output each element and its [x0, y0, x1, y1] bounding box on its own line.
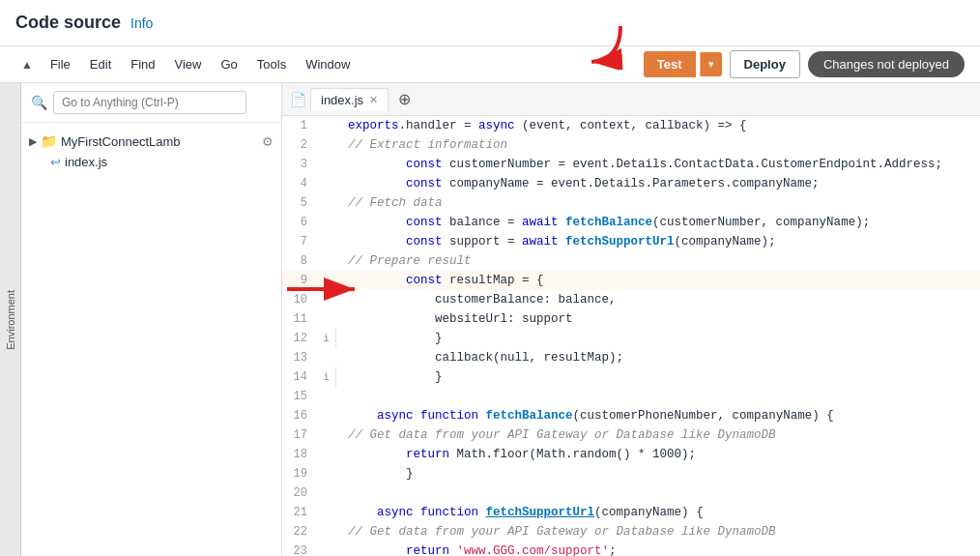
menu-window[interactable]: Window [298, 53, 358, 75]
line-content: async function fetchBalance(customerPhon… [336, 406, 980, 425]
code-line: 10 customerBalance: balance, [282, 290, 980, 309]
title-bar: Code source Info [0, 0, 980, 46]
line-number: 16 [282, 406, 317, 425]
line-content: const support = await fetchSupportUrl(co… [336, 232, 980, 251]
tab-bar: 📄 index.js ✕ ⊕ [282, 83, 980, 116]
code-line: 19 } [282, 464, 980, 483]
line-content: exports.handler = async (event, context,… [336, 116, 980, 135]
line-number: 13 [282, 348, 317, 367]
menu-file[interactable]: File [43, 53, 78, 75]
line-number: 10 [282, 290, 317, 309]
line-content: customerBalance: balance, [336, 290, 980, 309]
code-editor[interactable]: 1 exports.handler = async (event, contex… [282, 116, 980, 556]
line-content: return 'www.GGG.com/support'; [336, 541, 980, 556]
main-layout: Environment 🔍 ▶ 📁 MyFirstConnectLamb ⚙ ↩… [0, 83, 980, 556]
line-content: const customerNumber = event.Details.Con… [336, 155, 980, 174]
code-line: 17 // Get data from your API Gateway or … [282, 425, 980, 445]
code-line: 8 // Prepare result [282, 251, 980, 271]
changes-not-deployed-button[interactable]: Changes not deployed [808, 51, 965, 77]
tab-close-icon[interactable]: ✕ [369, 94, 378, 106]
code-line: 1 exports.handler = async (event, contex… [282, 116, 980, 135]
code-line: 22 // Get data from your API Gateway or … [282, 522, 980, 541]
menu-bar: ▲ File Edit Find View Go Tools Window Te… [0, 46, 980, 83]
file-item[interactable]: ↩ index.js [21, 152, 281, 172]
line-number: 17 [282, 425, 317, 445]
code-line: 15 [282, 387, 980, 406]
menu-edit[interactable]: Edit [82, 53, 119, 75]
line-number: 21 [282, 503, 317, 522]
code-line: 3 const customerNumber = event.Details.C… [282, 155, 980, 174]
line-number: 12 [282, 329, 317, 348]
info-link[interactable]: Info [130, 15, 153, 31]
code-line: 11 websiteUrl: support [282, 309, 980, 329]
code-line: 2 // Extract information [282, 135, 980, 155]
tab-indexjs[interactable]: index.js ✕ [310, 88, 389, 111]
line-number: 7 [282, 232, 317, 251]
line-number: 18 [282, 445, 317, 464]
tab-add-button[interactable]: ⊕ [392, 88, 417, 110]
code-line: 4 const companyName = event.Details.Para… [282, 174, 980, 193]
page-title: Code source [15, 13, 121, 33]
line-number: 15 [282, 387, 317, 406]
menu-view[interactable]: View [167, 53, 210, 75]
deploy-button[interactable]: Deploy [730, 50, 800, 78]
code-line: 6 const balance = await fetchBalance(cus… [282, 213, 980, 232]
tab-label: index.js [321, 93, 363, 107]
test-dropdown-button[interactable]: ▾ [700, 52, 722, 76]
code-line: 7 const support = await fetchSupportUrl(… [282, 232, 980, 251]
file-icon: ↩ [50, 155, 61, 169]
line-content: // Get data from your API Gateway or Dat… [336, 522, 980, 541]
line-content: // Get data from your API Gateway or Dat… [336, 425, 980, 445]
code-line: 9 const resultMap = { [282, 271, 980, 290]
line-content: // Fetch data [336, 193, 980, 213]
line-content: } [336, 464, 980, 483]
line-gutter: i [317, 329, 336, 348]
code-line: 23 return 'www.GGG.com/support'; [282, 541, 980, 556]
folder-item[interactable]: ▶ 📁 MyFirstConnectLamb ⚙ [21, 131, 281, 152]
collapse-button[interactable]: ▲ [15, 54, 39, 75]
code-line: 20 [282, 483, 980, 503]
code-line: 14 i } [282, 367, 980, 387]
code-area: 📄 index.js ✕ ⊕ [282, 83, 980, 556]
line-gutter: i [317, 367, 336, 387]
line-number: 8 [282, 251, 317, 271]
line-number: 6 [282, 213, 317, 232]
line-number: 19 [282, 464, 317, 483]
env-strip: Environment [0, 83, 21, 556]
line-content: // Prepare result [336, 251, 980, 271]
line-content: const resultMap = { [336, 271, 980, 290]
line-number: 4 [282, 174, 317, 193]
test-button[interactable]: Test [644, 51, 696, 77]
line-number: 3 [282, 155, 317, 174]
line-number: 9 [282, 271, 317, 290]
line-number: 14 [282, 367, 317, 387]
search-bar: 🔍 [21, 83, 281, 123]
line-number: 20 [282, 483, 317, 503]
env-label: Environment [5, 290, 16, 350]
code-line: 5 // Fetch data [282, 193, 980, 213]
line-content: websiteUrl: support [336, 309, 980, 329]
chevron-icon: ▶ [29, 135, 37, 148]
line-content: // Extract information [336, 135, 980, 155]
menu-tools[interactable]: Tools [249, 53, 294, 75]
line-number: 1 [282, 116, 317, 135]
menu-go[interactable]: Go [214, 53, 245, 75]
search-input[interactable] [53, 91, 246, 114]
code-line: 13 callback(null, resultMap); [282, 348, 980, 367]
tab-file-icon: 📄 [290, 92, 306, 107]
line-content: const balance = await fetchBalance(custo… [336, 213, 980, 232]
code-line: 16 async function fetchBalance(customerP… [282, 406, 980, 425]
line-number: 23 [282, 541, 317, 556]
file-tree: ▶ 📁 MyFirstConnectLamb ⚙ ↩ index.js [21, 123, 281, 556]
line-content: const companyName = event.Details.Parame… [336, 174, 980, 193]
gear-icon[interactable]: ⚙ [262, 134, 274, 149]
menu-find[interactable]: Find [123, 53, 162, 75]
code-line: 12 i } [282, 329, 980, 348]
line-content: callback(null, resultMap); [336, 348, 980, 367]
search-icon: 🔍 [31, 95, 47, 110]
line-number: 22 [282, 522, 317, 541]
line-content: return Math.floor(Math.random() * 1000); [336, 445, 980, 464]
sidebar: 🔍 ▶ 📁 MyFirstConnectLamb ⚙ ↩ index.js [21, 83, 282, 556]
file-name: index.js [65, 155, 107, 169]
line-number: 11 [282, 309, 317, 329]
